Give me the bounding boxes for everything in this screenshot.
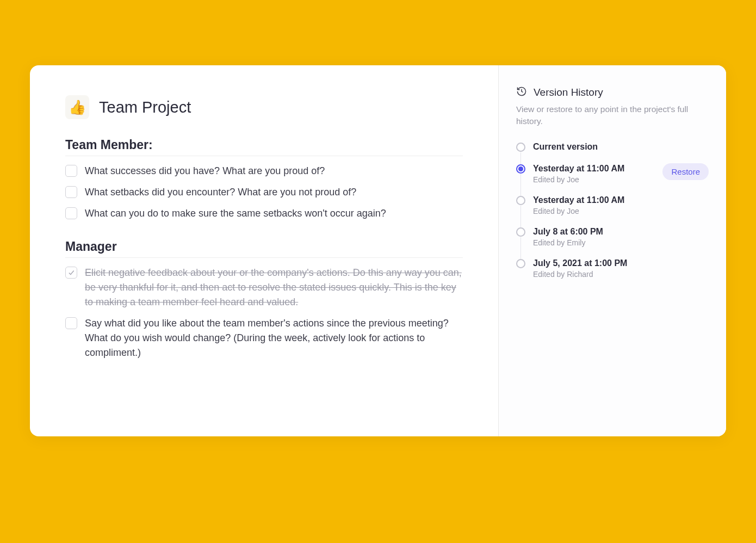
version-body: Current version	[533, 141, 709, 152]
version-editor: Edited by Joe	[533, 175, 624, 184]
version-body: July 5, 2021 at 1:00 PMEdited by Richard	[533, 258, 709, 279]
checklist-item-text[interactable]: Elicit negative feedback about your or t…	[85, 266, 463, 310]
checkbox[interactable]	[65, 186, 77, 198]
section: Team Member:What successes did you have?…	[65, 138, 463, 221]
document-title[interactable]: Team Project	[99, 98, 191, 116]
checklist-item-text[interactable]: Say what did you like about the team mem…	[85, 316, 463, 360]
version-timestamp: July 5, 2021 at 1:00 PM	[533, 258, 627, 269]
version-history-item[interactable]: Yesterday at 11:00 AMEdited by Joe	[516, 195, 709, 226]
version-history-item[interactable]: Yesterday at 11:00 AMEdited by JoeRestor…	[516, 163, 709, 195]
checklist-item: Elicit negative feedback about your or t…	[65, 266, 463, 310]
version-history-subtitle: View or restore to any point in the proj…	[516, 103, 690, 127]
version-history-item[interactable]: Current version	[516, 141, 709, 163]
version-editor: Edited by Emily	[533, 238, 603, 247]
version-body: Yesterday at 11:00 AMEdited by JoeRestor…	[533, 163, 709, 184]
document-pane: 👍 Team Project Team Member:What successe…	[30, 65, 499, 436]
version-text: July 5, 2021 at 1:00 PMEdited by Richard	[533, 258, 627, 279]
version-history-item[interactable]: July 8 at 6:00 PMEdited by Emily	[516, 226, 709, 258]
app-window: 👍 Team Project Team Member:What successe…	[30, 65, 726, 436]
version-body: July 8 at 6:00 PMEdited by Emily	[533, 226, 709, 247]
section-heading[interactable]: Manager	[65, 239, 463, 258]
version-timestamp: Yesterday at 11:00 AM	[533, 163, 624, 174]
version-history-title: Version History	[534, 87, 603, 98]
version-radio[interactable]	[516, 259, 525, 268]
checkbox[interactable]	[65, 317, 77, 329]
checkbox[interactable]	[65, 207, 77, 219]
version-text: Yesterday at 11:00 AMEdited by Joe	[533, 163, 624, 184]
history-icon	[516, 86, 527, 99]
version-timestamp: July 8 at 6:00 PM	[533, 226, 603, 237]
version-editor: Edited by Richard	[533, 270, 627, 279]
document-emoji-icon[interactable]: 👍	[65, 95, 89, 119]
checklist-item: What successes did you have? What are yo…	[65, 164, 463, 178]
section-heading[interactable]: Team Member:	[65, 138, 463, 156]
checklist-item-text[interactable]: What successes did you have? What are yo…	[85, 164, 325, 178]
version-text: Yesterday at 11:00 AMEdited by Joe	[533, 195, 624, 215]
checklist-item: Say what did you like about the team mem…	[65, 316, 463, 360]
version-history-pane: Version History View or restore to any p…	[499, 65, 726, 436]
restore-button[interactable]: Restore	[662, 163, 709, 180]
document-title-row: 👍 Team Project	[65, 95, 463, 119]
version-text: Current version	[533, 141, 598, 152]
version-radio[interactable]	[516, 227, 525, 237]
version-radio[interactable]	[516, 143, 525, 152]
version-history-list: Current versionYesterday at 11:00 AMEdit…	[516, 141, 709, 279]
version-text: July 8 at 6:00 PMEdited by Emily	[533, 226, 603, 247]
version-radio[interactable]	[516, 196, 525, 205]
version-history-header: Version History	[516, 86, 709, 99]
version-editor: Edited by Joe	[533, 207, 624, 215]
version-body: Yesterday at 11:00 AMEdited by Joe	[533, 195, 709, 215]
version-history-item[interactable]: July 5, 2021 at 1:00 PMEdited by Richard	[516, 258, 709, 279]
section: ManagerElicit negative feedback about yo…	[65, 239, 463, 360]
checkbox[interactable]	[65, 267, 77, 279]
checklist-item: What can you do to make sure the same se…	[65, 206, 463, 221]
checklist-item: What setbacks did you encounter? What ar…	[65, 185, 463, 200]
checklist-item-text[interactable]: What can you do to make sure the same se…	[85, 206, 386, 221]
thumbs-up-icon: 👍	[69, 99, 86, 116]
version-timestamp: Yesterday at 11:00 AM	[533, 195, 624, 206]
checkbox[interactable]	[65, 165, 77, 177]
version-timestamp: Current version	[533, 141, 598, 152]
checklist-item-text[interactable]: What setbacks did you encounter? What ar…	[85, 185, 356, 200]
version-radio[interactable]	[516, 164, 525, 174]
